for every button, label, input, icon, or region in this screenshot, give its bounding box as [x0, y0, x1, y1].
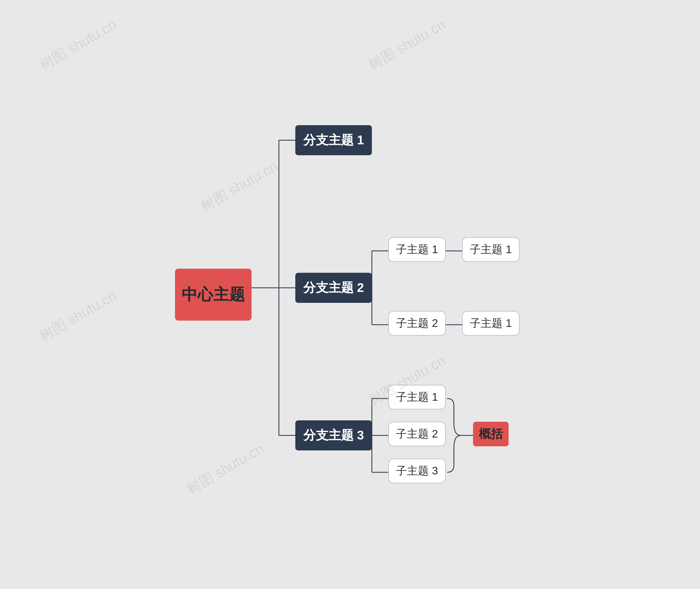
b2-sub2-node[interactable]: 子主题 2 [388, 311, 446, 336]
branch-2-node[interactable]: 分支主题 2 [295, 273, 372, 303]
b2-sub1-child-node[interactable]: 子主题 1 [462, 237, 520, 262]
b3-sub2-label: 子主题 2 [396, 426, 438, 441]
diagram-container: 中心主题 分支主题 1 分支主题 2 子主题 1 子主题 2 子主题 1 子主题… [159, 76, 541, 513]
branch-3-node[interactable]: 分支主题 3 [295, 420, 372, 450]
center-node[interactable]: 中心主题 [175, 269, 251, 321]
branch-2-label: 分支主题 2 [303, 279, 364, 296]
b3-sub1-label: 子主题 1 [396, 389, 438, 404]
watermark-2: 树图 shutu.cn [365, 15, 449, 74]
watermark-1: 树图 shutu.cn [36, 15, 120, 74]
summary-label: 概括 [479, 426, 503, 442]
branch-1-node[interactable]: 分支主题 1 [295, 125, 372, 155]
b2-sub2-child-node[interactable]: 子主题 1 [462, 311, 520, 336]
b3-sub3-label: 子主题 3 [396, 463, 438, 478]
branch-3-label: 分支主题 3 [303, 427, 364, 444]
branch-1-label: 分支主题 1 [303, 132, 364, 149]
b2-sub2-label: 子主题 2 [396, 316, 438, 331]
b3-sub3-node[interactable]: 子主题 3 [388, 459, 446, 483]
b3-sub1-node[interactable]: 子主题 1 [388, 385, 446, 409]
mindmap: 中心主题 分支主题 1 分支主题 2 子主题 1 子主题 2 子主题 1 子主题… [159, 89, 541, 500]
b2-sub1-child-label: 子主题 1 [470, 242, 512, 257]
b2-sub1-label: 子主题 1 [396, 242, 438, 257]
center-label: 中心主题 [182, 284, 245, 305]
watermark-4: 树图 shutu.cn [36, 286, 120, 346]
b2-sub1-node[interactable]: 子主题 1 [388, 237, 446, 262]
summary-node[interactable]: 概括 [473, 422, 509, 446]
b3-sub2-node[interactable]: 子主题 2 [388, 422, 446, 446]
b2-sub2-child-label: 子主题 1 [470, 316, 512, 331]
